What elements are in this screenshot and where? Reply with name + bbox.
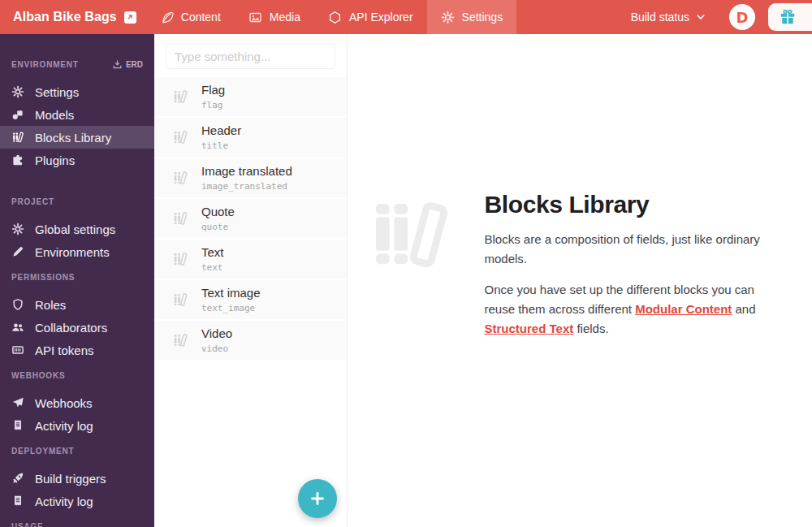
block-list-item-header[interactable]: Header title: [154, 118, 347, 158]
sidebar-item-label: Activity log: [35, 495, 93, 508]
sidebar-section-deployment: DEPLOYMENT Build triggers Activity log: [0, 445, 154, 512]
block-name: Image translated: [201, 164, 292, 178]
rocket-icon: [11, 472, 24, 485]
sidebar-item-label: Blocks Library: [35, 131, 111, 145]
main-nav: Content Media API Explorer Settings: [146, 0, 516, 34]
pen-icon: [11, 245, 24, 258]
sidebar-item-webhooks-activity-log[interactable]: Activity log: [0, 414, 154, 437]
shield-icon: [11, 298, 24, 311]
block-icon: [172, 89, 188, 105]
plus-icon: [309, 490, 326, 508]
sidebar-section-label: PERMISSIONS: [11, 273, 75, 282]
sidebar-item-label: Plugins: [35, 153, 75, 167]
main-content: Blocks Library Blocks are a composition …: [348, 34, 812, 527]
sidebar-item-blocks-library[interactable]: Blocks Library: [0, 126, 154, 149]
sidebar-item-label: Settings: [35, 85, 79, 99]
block-icon: [172, 251, 188, 267]
block-api-key: video: [201, 343, 232, 354]
shapes-icon: [11, 108, 24, 121]
sidebar-item-webhooks[interactable]: Webhooks: [0, 391, 154, 414]
sidebar-section-webhooks: WEBHOOKS Webhooks Activity log: [0, 369, 154, 437]
puzzle-icon: [11, 153, 24, 166]
add-block-button[interactable]: [298, 479, 337, 518]
block-icon: [172, 292, 188, 308]
sidebar-item-label: API tokens: [35, 343, 94, 357]
token-card-icon: [11, 343, 24, 356]
block-api-key: image_translated: [201, 181, 292, 192]
sidebar-item-global-settings[interactable]: Global settings: [0, 218, 154, 240]
block-icon: [172, 210, 188, 227]
users-icon: [11, 321, 24, 334]
sidebar-item-label: Roles: [35, 298, 66, 312]
sidebar-item-models[interactable]: Models: [0, 103, 154, 126]
gift-icon: [779, 8, 797, 26]
sidebar-section-label: ENVIRONMENT: [11, 60, 79, 69]
block-api-key: text: [201, 262, 224, 273]
page-title: Blocks Library: [485, 191, 787, 218]
api-explorer-icon: [328, 11, 342, 24]
sidebar-section-label: USAGE: [11, 522, 44, 527]
blocks-library-icon: [374, 202, 447, 270]
tab-media[interactable]: Media: [235, 0, 314, 34]
blocks-list: Flag flag Header title Image translated …: [154, 77, 347, 361]
datocms-logo[interactable]: D: [729, 4, 755, 30]
block-name: Flag: [201, 83, 225, 97]
block-api-key: text_image: [201, 303, 261, 313]
block-list-item-flag[interactable]: Flag flag: [154, 77, 347, 118]
topbar-right: Build status D: [631, 0, 812, 34]
block-list-item-text[interactable]: Text text: [154, 240, 347, 280]
blocks-panel: Flag flag Header title Image translated …: [154, 34, 348, 527]
external-link-icon[interactable]: [124, 11, 136, 24]
block-api-key: flag: [201, 100, 225, 110]
block-name: Quote: [201, 205, 235, 218]
block-list-item-image-translated[interactable]: Image translated image_translated: [154, 158, 347, 199]
search-input[interactable]: [166, 44, 335, 69]
block-list-item-text-image[interactable]: Text image text_image: [154, 280, 347, 321]
sidebar-item-collaborators[interactable]: Collaborators: [0, 316, 154, 339]
build-status-dropdown[interactable]: Build status: [631, 11, 706, 24]
block-icon: [172, 170, 188, 186]
sidebar-section-usage: USAGE: [0, 521, 154, 527]
sidebar-item-label: Webhooks: [35, 396, 93, 410]
download-icon: [112, 59, 123, 70]
erd-button[interactable]: ERD: [112, 59, 143, 70]
sidebar-section-label: PROJECT: [11, 197, 54, 206]
block-icon: [172, 129, 188, 145]
chevron-down-icon: [695, 11, 706, 23]
sidebar-item-label: Models: [35, 108, 74, 122]
tab-content[interactable]: Content: [146, 0, 235, 34]
modular-content-link[interactable]: Modular Content: [635, 302, 732, 316]
build-status-label: Build status: [631, 11, 689, 24]
logo-letter: D: [736, 9, 749, 26]
tab-label: API Explorer: [349, 11, 413, 24]
block-api-key: quote: [201, 222, 235, 232]
sidebar-item-settings[interactable]: Settings: [0, 80, 154, 103]
top-bar: Alban Bike Bags Content Media API Explor…: [0, 0, 812, 34]
project-title[interactable]: Alban Bike Bags: [0, 10, 143, 24]
tab-label: Media: [270, 11, 300, 24]
sidebar-item-roles[interactable]: Roles: [0, 293, 154, 316]
sidebar-section-permissions: PERMISSIONS Roles Collaborators API toke…: [0, 271, 154, 361]
gift-button[interactable]: [768, 3, 812, 31]
sidebar-item-api-tokens[interactable]: API tokens: [0, 339, 154, 361]
receipt-icon: [11, 419, 24, 432]
media-icon: [248, 11, 262, 24]
gear-icon: [441, 11, 455, 24]
structured-text-link[interactable]: Structured Text: [485, 322, 574, 335]
block-list-item-quote[interactable]: Quote quote: [154, 199, 347, 240]
sidebar-item-plugins[interactable]: Plugins: [0, 149, 154, 171]
sidebar-item-environments[interactable]: Environments: [0, 240, 154, 263]
block-icon: [172, 332, 188, 348]
tab-settings[interactable]: Settings: [427, 0, 517, 34]
paper-plane-icon: [11, 396, 24, 409]
tab-api-explorer[interactable]: API Explorer: [314, 0, 427, 34]
sidebar-item-label: Environments: [35, 245, 110, 259]
sidebar-section-project: PROJECT Global settings Environments: [0, 196, 154, 263]
block-list-item-video[interactable]: Video video: [154, 321, 347, 361]
sidebar-item-build-triggers[interactable]: Build triggers: [0, 467, 154, 490]
settings-sidebar: ENVIRONMENT ERD Settings Models Blocks L…: [0, 34, 154, 527]
project-title-label: Alban Bike Bags: [13, 10, 117, 24]
sidebar-section-environment: ENVIRONMENT ERD Settings Models Blocks L…: [0, 58, 154, 171]
sidebar-item-deployment-activity-log[interactable]: Activity log: [0, 490, 154, 512]
receipt-icon: [11, 495, 24, 508]
